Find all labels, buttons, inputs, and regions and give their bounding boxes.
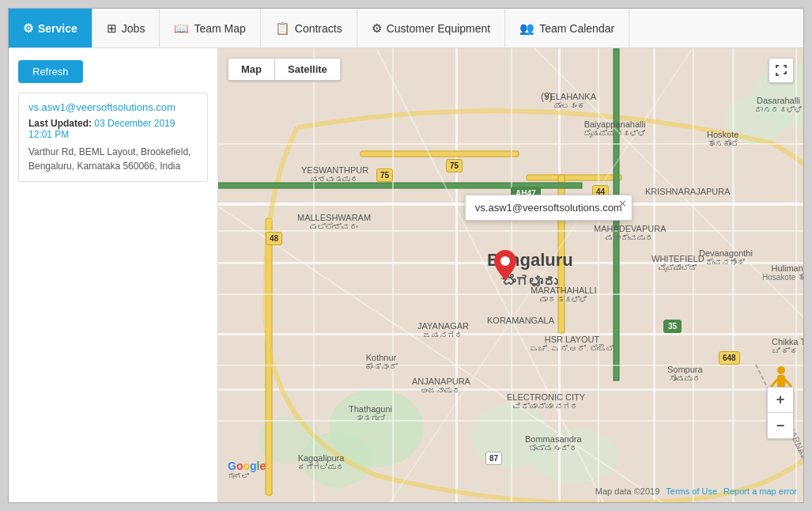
map-toggle-satellite[interactable]: Satellite (275, 59, 340, 80)
road-badge-35: 35 (663, 320, 682, 333)
main-container: ⚙ Service ⊞ Jobs 📖 Team Map 📋 Contracts … (8, 8, 804, 503)
report-link[interactable]: Report a map error (723, 486, 797, 496)
map-area: KARNAT AL TAMIL NADU Bengaluru ಬೆಂಗಳೂರು … (218, 48, 803, 502)
svg-rect-12 (455, 48, 458, 502)
road-badge-48: 48 (266, 232, 282, 245)
zoom-controls: + − (767, 387, 794, 439)
contracts-icon: 📋 (275, 21, 290, 36)
road-badge-75a: 75 (376, 168, 393, 182)
svg-rect-16 (361, 151, 519, 157)
svg-rect-44 (777, 375, 785, 388)
map-toggle: Map Satellite (228, 58, 341, 81)
zoom-out-button[interactable]: − (768, 413, 793, 438)
nav-bar: ⚙ Service ⊞ Jobs 📖 Team Map 📋 Contracts … (9, 9, 803, 48)
map-attribution: Map data ©2019 Terms of Use Report a map… (595, 486, 797, 496)
calendar-icon: 👥 (519, 21, 534, 36)
road-number-9: (9) (541, 91, 553, 102)
tab-team-calendar[interactable]: 👥 Team Calendar (505, 9, 629, 47)
svg-rect-22 (313, 48, 315, 502)
svg-rect-30 (218, 293, 803, 295)
google-logo: Google ಗೂಗಲ್ (228, 460, 266, 480)
road-badge-75b: 75 (446, 159, 463, 172)
svg-rect-28 (218, 143, 803, 145)
teammap-icon: 📖 (174, 21, 189, 36)
zoom-in-button[interactable]: + (768, 388, 793, 413)
equipment-icon: ⚙ (372, 21, 382, 36)
popup-email: vs.asw1@veersoftsolutions.com (475, 202, 622, 214)
terms-link[interactable]: Terms of Use (666, 486, 717, 496)
svg-point-42 (500, 256, 510, 266)
svg-rect-23 (392, 48, 394, 502)
fullscreen-button[interactable] (769, 58, 794, 83)
sidebar: Refresh vs.asw1@veersoftsolutions.com La… (9, 48, 218, 502)
map-popup: vs.asw1@veersoftsolutions.com ✕ (465, 195, 633, 221)
svg-rect-31 (218, 365, 803, 366)
road-badge-87: 87 (485, 452, 502, 465)
svg-rect-32 (218, 420, 803, 422)
tab-team-map[interactable]: 📖 Team Map (160, 9, 260, 47)
tab-contracts[interactable]: 📋 Contracts (261, 9, 357, 47)
tab-jobs[interactable]: ⊞ Jobs (93, 9, 161, 47)
popup-close-button[interactable]: ✕ (618, 198, 627, 210)
svg-point-43 (777, 366, 785, 374)
jobs-icon: ⊞ (107, 21, 117, 36)
tab-service[interactable]: ⚙ Service (9, 9, 93, 47)
svg-rect-15 (732, 48, 735, 502)
svg-line-46 (785, 380, 791, 386)
svg-rect-25 (598, 48, 599, 502)
map-data-label: Map data ©2019 (595, 486, 660, 496)
svg-rect-26 (693, 48, 694, 502)
map-toggle-map[interactable]: Map (228, 59, 275, 80)
svg-rect-14 (653, 48, 655, 502)
info-card: vs.asw1@veersoftsolutions.com Last Updat… (18, 93, 208, 182)
content-area: Refresh vs.asw1@veersoftsolutions.com La… (9, 48, 803, 502)
service-icon: ⚙ (23, 21, 33, 36)
refresh-button[interactable]: Refresh (18, 60, 83, 83)
svg-point-7 (531, 428, 617, 483)
user-email: vs.asw1@veersoftsolutions.com (28, 101, 198, 113)
svg-line-45 (772, 380, 777, 386)
last-updated: Last Updated: 03 December 2019 12:01 PM (28, 118, 198, 140)
road-badge-648: 648 (719, 351, 740, 365)
address: Varthur Rd, BEML Layout, Brookefield, Be… (28, 145, 198, 173)
map-pin (494, 250, 516, 286)
tab-customer-equipment[interactable]: ⚙ Customer Equipment (357, 9, 506, 47)
